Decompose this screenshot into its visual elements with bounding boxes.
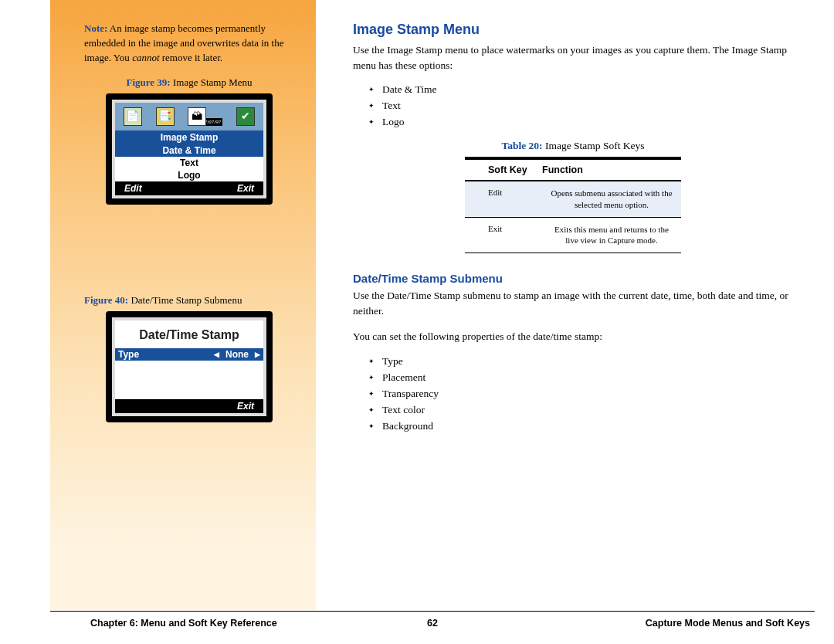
paragraph-intro: Use the Image Stamp menu to place waterm…: [353, 42, 793, 73]
paragraph-datetime-props: You can set the following properties of …: [353, 329, 793, 344]
softkey-exit: Exit: [237, 401, 254, 412]
heading-datetime-submenu: Date/Time Stamp Submenu: [353, 272, 793, 285]
figure-39-iconbar: 📄 📑 🏔 07/07/97 ✔: [115, 103, 263, 130]
figure-40-text: Date/Time Stamp Submenu: [128, 294, 242, 306]
figure-40-blank: [115, 361, 263, 399]
cell-function: Opens submenu associated with the select…: [542, 188, 681, 211]
figure-40-caption: Figure 40: Date/Time Stamp Submenu: [84, 294, 294, 307]
table-20-caption: Table 20: Image Stamp Soft Keys: [353, 140, 793, 152]
menu-item: Logo: [115, 169, 263, 181]
options-list-2: Type Placement Transparency Text color B…: [368, 354, 793, 435]
row-value-none: None: [225, 349, 249, 360]
row-label-type: Type: [118, 349, 139, 360]
figure-39-text: Image Stamp Menu: [171, 76, 253, 88]
main-content: Image Stamp Menu Use the Image Stamp men…: [353, 22, 793, 444]
note-icon: 📄: [124, 107, 142, 126]
check-icon: ✔: [236, 107, 255, 126]
photo-icon: 🏔: [188, 107, 206, 126]
note-emphasis: cannot: [132, 52, 159, 63]
cell-softkey: Edit: [465, 188, 542, 211]
paragraph-datetime-intro: Use the Date/Time Stamp submenu to stamp…: [353, 288, 793, 318]
figure-40-softkeys: Exit: [115, 399, 263, 413]
table-row: Edit Opens submenu associated with the s…: [465, 181, 681, 218]
figure-39-menu-list: Date & Time Text Logo: [115, 144, 263, 181]
sidebar-panel: Note: An image stamp becomes permanently…: [50, 0, 316, 610]
cell-softkey: Exit: [465, 224, 542, 247]
figure-40-title: Date/Time Stamp: [115, 320, 263, 348]
figure-39-caption: Figure 39: Image Stamp Menu: [84, 76, 294, 89]
menu-item: Text: [115, 157, 263, 169]
heading-image-stamp-menu: Image Stamp Menu: [353, 22, 793, 38]
figure-39-title: Image Stamp: [115, 130, 263, 144]
list-item: Date & Time: [368, 82, 793, 98]
note-paragraph: Note: An image stamp becomes permanently…: [84, 22, 294, 66]
row-value-wrap: ◀ None ▶: [214, 349, 260, 360]
figure-40-screen: Date/Time Stamp Type ◀ None ▶ Exit: [112, 317, 266, 416]
note-label: Note:: [84, 22, 107, 34]
footer-page-number: 62: [427, 618, 438, 629]
list-item: Background: [368, 419, 793, 435]
document-page: Note: An image stamp becomes permanently…: [50, 0, 815, 644]
triangle-left-icon: ◀: [214, 351, 219, 358]
table-20-text: Image Stamp Soft Keys: [543, 140, 645, 151]
list-item: Text: [368, 98, 793, 114]
footer-section: Capture Mode Menus and Soft Keys: [646, 618, 810, 629]
figure-40-device: Date/Time Stamp Type ◀ None ▶ Exit: [106, 311, 273, 422]
figure-39-softkeys: Edit Exit: [115, 181, 263, 195]
table-header-row: Soft Key Function: [465, 157, 681, 181]
note-text-2: remove it later.: [160, 52, 223, 63]
cell-function: Exits this menu and returns to the live …: [542, 224, 681, 247]
triangle-right-icon: ▶: [255, 351, 260, 358]
footer-chapter: Chapter 6: Menu and Soft Key Reference: [55, 618, 277, 629]
figure-39-device: 📄 📑 🏔 07/07/97 ✔ Image Stamp Date & Time…: [106, 93, 273, 205]
table-20-label: Table 20:: [501, 140, 542, 151]
list-item: Placement: [368, 370, 793, 386]
list-item: Type: [368, 354, 793, 370]
options-list-1: Date & Time Text Logo: [368, 82, 793, 130]
table-header-function: Function: [542, 164, 681, 175]
table-header-softkey: Soft Key: [465, 164, 542, 175]
spacer: [84, 205, 294, 283]
stamp-icon: 📑: [156, 107, 175, 126]
page-footer: Chapter 6: Menu and Soft Key Reference 6…: [50, 611, 815, 629]
list-item: Logo: [368, 114, 793, 130]
figure-40-label: Figure 40:: [84, 294, 128, 306]
list-item: Transparency: [368, 386, 793, 402]
softkey-exit: Exit: [237, 183, 254, 194]
softkey-edit: Edit: [124, 183, 142, 194]
figure-39-label: Figure 39:: [127, 76, 171, 88]
table-20: Soft Key Function Edit Opens submenu ass…: [465, 157, 681, 253]
table-row: Exit Exits this menu and returns to the …: [465, 218, 681, 254]
list-item: Text color: [368, 402, 793, 419]
menu-item-selected: Date & Time: [115, 144, 263, 157]
figure-40-row: Type ◀ None ▶: [115, 348, 263, 361]
figure-39-screen: 📄 📑 🏔 07/07/97 ✔ Image Stamp Date & Time…: [112, 100, 266, 198]
